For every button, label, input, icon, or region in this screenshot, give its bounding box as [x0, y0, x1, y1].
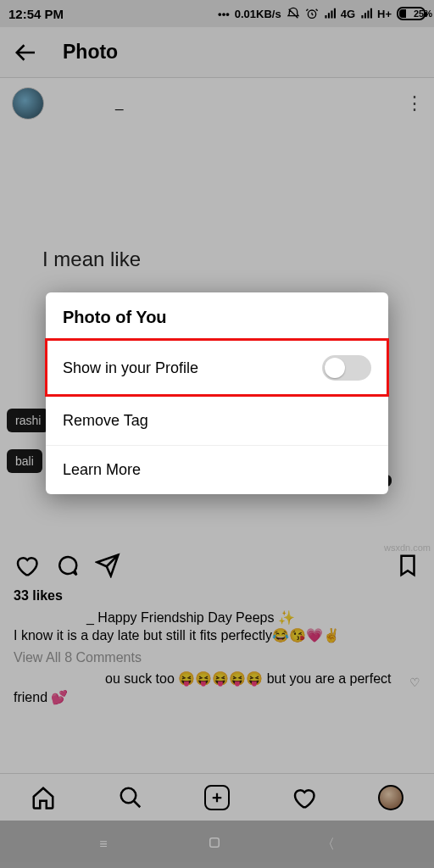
signal2-icon	[360, 8, 372, 19]
screen: 12:54 PM ••• 0.01KB/s 4G H+ 25% Photo _ …	[0, 0, 434, 868]
svg-point-1	[120, 787, 136, 803]
view-comments-link[interactable]: View All 8 Comments	[14, 648, 420, 667]
bookmark-icon[interactable]	[395, 553, 420, 578]
share-icon[interactable]	[95, 553, 120, 578]
svg-rect-2	[209, 838, 219, 848]
show-in-profile-toggle[interactable]	[322, 355, 371, 381]
post-header: _ ⋮	[0, 78, 434, 129]
signal1-icon	[324, 8, 336, 19]
status-bar: 12:54 PM ••• 0.01KB/s 4G H+ 25%	[0, 0, 434, 27]
status-net2: H+	[377, 8, 392, 20]
show-in-profile-row[interactable]: Show in your Profile	[46, 339, 388, 396]
search-icon[interactable]	[118, 785, 143, 810]
show-in-profile-label: Show in your Profile	[63, 359, 198, 377]
nav-back[interactable]: 〈	[321, 836, 335, 854]
remove-tag-row[interactable]: Remove Tag	[46, 396, 388, 445]
back-icon[interactable]	[14, 40, 39, 65]
likes-count[interactable]: 33 likes	[14, 587, 420, 605]
status-time: 12:54 PM	[8, 7, 64, 21]
page-title: Photo	[63, 41, 118, 64]
watermark: wsxdn.com	[384, 542, 431, 553]
comment-row: ou suck too 😝😝😝😝😝 but you are a perfect …	[14, 670, 420, 706]
learn-more-row[interactable]: Learn More	[46, 445, 388, 494]
alarm-icon	[305, 7, 319, 20]
status-net1: 4G	[341, 8, 355, 20]
like-icon[interactable]	[14, 553, 39, 578]
tab-bar	[0, 773, 434, 821]
photo-of-you-dialog: Photo of You Show in your Profile Remove…	[46, 292, 388, 494]
dnd-icon	[287, 7, 300, 20]
nav-home[interactable]	[207, 835, 222, 854]
username[interactable]: _	[56, 92, 123, 114]
profile-icon[interactable]	[378, 785, 403, 810]
dialog-title: Photo of You	[46, 292, 388, 339]
avatar[interactable]	[12, 87, 44, 120]
comment-like-icon[interactable]: ♡	[409, 675, 420, 691]
status-speed: 0.01KB/s	[235, 8, 281, 20]
battery-icon: 25%	[397, 7, 426, 20]
nav-recents[interactable]: ≡	[99, 837, 107, 852]
activity-icon[interactable]	[291, 785, 316, 810]
tag-bubble[interactable]: bali	[7, 449, 42, 473]
home-icon[interactable]	[31, 785, 56, 810]
caption: _ Happy Friendship Day Peeps ✨ I know it…	[14, 609, 420, 645]
add-post-icon[interactable]	[204, 785, 230, 810]
comment-icon[interactable]	[54, 553, 80, 578]
post-actions	[0, 544, 434, 587]
status-dots: •••	[218, 8, 230, 20]
android-nav: ≡ 〈	[0, 821, 434, 868]
more-icon[interactable]: ⋮	[405, 92, 422, 114]
tag-bubble[interactable]: rashi	[7, 409, 49, 432]
image-overlay-text: I mean like	[42, 248, 141, 271]
post-meta: 33 likes _ Happy Friendship Day Peeps ✨ …	[0, 587, 434, 714]
app-header: Photo	[0, 27, 434, 78]
status-right: ••• 0.01KB/s 4G H+ 25%	[218, 7, 426, 20]
